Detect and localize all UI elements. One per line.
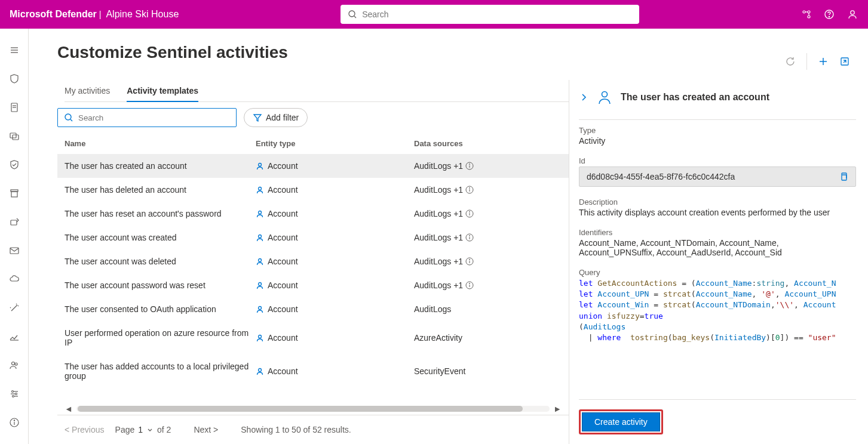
nav-people[interactable] [0, 351, 29, 380]
nav-screens[interactable] [0, 122, 29, 150]
add-icon[interactable] [818, 56, 829, 67]
row-source: AuditLogs +1 [414, 280, 562, 290]
row-entity: Account [256, 185, 414, 195]
details-pane: The user has created an account Type Act… [569, 80, 868, 444]
next-page[interactable]: Next > [194, 425, 218, 434]
open-external-icon[interactable] [839, 56, 850, 67]
nav-security[interactable] [0, 150, 29, 179]
previous-page[interactable]: < Previous [65, 425, 105, 434]
info-icon [465, 186, 474, 194]
app-header: Microsoft Defender | Alpine Ski House [0, 0, 868, 29]
nav-doc[interactable] [0, 93, 29, 122]
account-icon [256, 186, 264, 194]
row-entity: Account [256, 280, 414, 290]
svg-point-51 [470, 212, 470, 212]
table-search-input[interactable] [78, 113, 230, 122]
description-value: This activity displays account creation … [579, 208, 856, 217]
account-icon [256, 233, 264, 242]
nav-mail[interactable] [0, 236, 29, 265]
refresh-icon[interactable] [785, 56, 796, 67]
svg-rect-68 [842, 175, 846, 180]
svg-point-52 [259, 235, 262, 238]
svg-point-63 [470, 283, 470, 284]
row-entity: Account [256, 233, 414, 242]
table-row[interactable]: The user has created an accountAccountAu… [57, 154, 569, 178]
svg-point-0 [349, 11, 355, 17]
app-name: Microsoft Defender [10, 9, 97, 20]
nav-settings[interactable] [0, 380, 29, 408]
nav-info[interactable] [0, 408, 29, 437]
table-row[interactable]: The user has added accounts to a local p… [57, 354, 569, 388]
tab-activity-templates[interactable]: Activity templates [127, 80, 198, 101]
chevron-down-icon[interactable] [146, 426, 154, 433]
row-source: AuditLogs +1 [414, 257, 562, 266]
row-name: The user account was deleted [65, 257, 256, 266]
column-data-sources[interactable]: Data sources [414, 139, 562, 148]
identifiers-value: Account_Name, Account_NTDomain, Account_… [579, 238, 856, 257]
svg-line-1 [354, 16, 356, 18]
table-row[interactable]: User performed operation on azure resour… [57, 321, 569, 354]
table-search[interactable] [57, 108, 237, 127]
filter-icon [253, 113, 262, 122]
svg-point-8 [829, 16, 829, 17]
svg-point-43 [470, 164, 470, 165]
create-activity-button[interactable]: Create activity [582, 412, 660, 431]
nav-shield[interactable] [0, 64, 29, 93]
user-icon [597, 90, 612, 105]
info-icon [465, 162, 474, 170]
account-icon[interactable] [846, 8, 858, 20]
search-icon [348, 10, 357, 19]
svg-point-59 [470, 260, 470, 260]
row-entity: Account [256, 333, 414, 343]
nav-hamburger[interactable] [0, 36, 29, 64]
help-icon[interactable] [824, 9, 835, 20]
add-filter-button[interactable]: Add filter [244, 108, 308, 127]
info-icon [465, 209, 474, 218]
nav-cloud[interactable] [0, 265, 29, 294]
chevron-right-icon[interactable] [579, 92, 588, 102]
svg-rect-17 [13, 135, 19, 140]
account-icon [256, 367, 264, 375]
svg-point-60 [259, 283, 262, 286]
id-value: d6d08c94-455f-4ea5-8f76-fc6c0c442cfa [587, 172, 735, 181]
table-row[interactable]: The user account was deletedAccountAudit… [57, 249, 569, 273]
table-row[interactable]: The user consented to OAuth applicationA… [57, 297, 569, 321]
table-row[interactable]: The user has reset an account's password… [57, 202, 569, 226]
tab-my-activities[interactable]: My activities [65, 80, 110, 101]
svg-line-39 [70, 119, 72, 121]
global-search-input[interactable] [362, 10, 632, 19]
global-search[interactable] [341, 5, 639, 24]
id-box: d6d08c94-455f-4ea5-8f76-fc6c0c442cfa [579, 166, 856, 187]
account-icon [256, 209, 264, 218]
svg-point-2 [803, 11, 805, 13]
description-label: Description [579, 198, 856, 206]
svg-point-30 [12, 396, 14, 397]
row-source: AuditLogs +1 [414, 233, 562, 242]
svg-point-47 [470, 188, 470, 189]
nav-archive[interactable] [0, 179, 29, 208]
side-nav [0, 29, 29, 444]
nav-chart[interactable] [0, 322, 29, 351]
account-icon [256, 162, 264, 170]
svg-point-48 [259, 211, 262, 214]
table-row[interactable]: The user account password was resetAccou… [57, 273, 569, 297]
copy-icon[interactable] [839, 172, 848, 181]
nav-wand[interactable] [0, 294, 29, 322]
account-icon [256, 257, 264, 266]
table-row[interactable]: The user has deleted an accountAccountAu… [57, 178, 569, 202]
identifiers-label: Identifiers [579, 228, 856, 237]
svg-point-40 [259, 164, 262, 166]
svg-point-26 [11, 391, 13, 393]
nav-share[interactable] [0, 208, 29, 236]
svg-point-24 [11, 362, 14, 365]
row-name: The user account password was reset [65, 280, 256, 290]
query-label: Query [579, 268, 856, 277]
svg-point-55 [470, 236, 470, 236]
horizontal-scrollbar[interactable]: ◄ ► [57, 403, 569, 415]
svg-point-64 [259, 307, 262, 310]
row-entity: Account [256, 161, 414, 171]
column-name[interactable]: Name [65, 139, 256, 148]
column-entity-type[interactable]: Entity type [256, 139, 414, 148]
table-row[interactable]: The user account was createdAccountAudit… [57, 226, 569, 249]
launcher-icon[interactable] [801, 9, 812, 20]
